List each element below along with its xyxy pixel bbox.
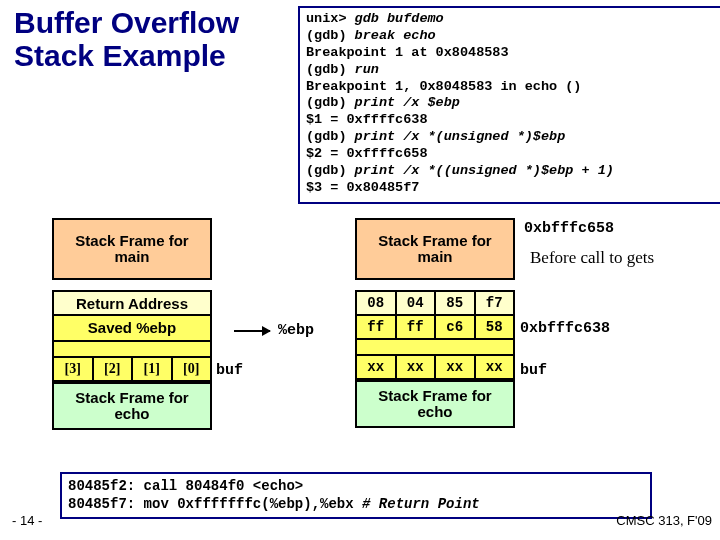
t: unix> xyxy=(306,11,355,26)
t: gdb bufdemo xyxy=(355,11,444,26)
t: Stack Frame for main xyxy=(359,233,511,265)
b: f7 xyxy=(474,290,516,316)
b: 08 xyxy=(355,290,395,316)
ret-bytes: 08 04 85 f7 xyxy=(355,290,515,316)
b: ff xyxy=(395,314,435,340)
gdb-session-box: unix> gdb bufdemo (gdb) break echo Break… xyxy=(298,6,720,204)
frame-main: Stack Frame for main xyxy=(52,218,212,280)
frame-main-r: Stack Frame for main xyxy=(355,218,515,280)
t: Stack Frame for echo xyxy=(359,388,511,420)
ebp-bytes: ff ff c6 58 xyxy=(355,314,515,340)
t: (gdb) xyxy=(306,129,355,144)
t: Breakpoint 1 at 0x8048583 xyxy=(306,45,714,62)
slide-title: Buffer Overflow Stack Example xyxy=(14,6,284,72)
addr-main: 0xbfffc658 xyxy=(524,220,614,237)
t: (gdb) xyxy=(306,28,355,43)
ebp-label: %ebp xyxy=(278,322,314,339)
buf-bytes: xx xx xx xx xyxy=(355,354,515,380)
return-address: Return Address xyxy=(52,290,212,316)
gap xyxy=(52,342,212,356)
addr-ebp: 0xbfffc638 xyxy=(520,320,610,337)
buf-row: [3] [2] [1] [0] xyxy=(52,356,212,382)
t: Stack Frame for echo xyxy=(56,390,208,422)
gap-r xyxy=(355,340,515,354)
asm-comment: # Return Point xyxy=(362,496,480,512)
b: xx xyxy=(434,354,474,380)
buf-label-left: buf xyxy=(216,362,243,379)
t: $2 = 0xffffc658 xyxy=(306,146,714,163)
stack-left: Stack Frame for main Return Address Save… xyxy=(52,218,212,430)
t: run xyxy=(355,62,379,77)
t: print /x $ebp xyxy=(355,95,460,110)
t: (gdb) xyxy=(306,95,355,110)
saved-ebp: Saved %ebp xyxy=(52,316,212,342)
b: 58 xyxy=(474,314,516,340)
frame-echo: Stack Frame for echo xyxy=(52,382,212,430)
b: xx xyxy=(355,354,395,380)
t: Breakpoint 1, 0x8048583 in echo () xyxy=(306,79,714,96)
t: $1 = 0xffffc638 xyxy=(306,112,714,129)
b: xx xyxy=(474,354,516,380)
b: 04 xyxy=(395,290,435,316)
stack-right: Stack Frame for main 08 04 85 f7 ff ff c… xyxy=(355,218,515,428)
asm-line: 80485f2: call 80484f0 <echo> xyxy=(68,478,644,496)
asm-line: 80485f7: mov 0xfffffffc(%ebp),%ebx xyxy=(68,496,362,512)
b: xx xyxy=(395,354,435,380)
idx: [3] xyxy=(52,356,92,382)
idx: [1] xyxy=(131,356,171,382)
before-label: Before call to gets xyxy=(530,248,654,268)
idx: [0] xyxy=(171,356,213,382)
t: print /x *(unsigned *)$ebp xyxy=(355,129,566,144)
course-footer: CMSC 313, F'09 xyxy=(616,513,712,528)
b: ff xyxy=(355,314,395,340)
t: break echo xyxy=(355,28,436,43)
asm-box: 80485f2: call 80484f0 <echo> 80485f7: mo… xyxy=(60,472,652,519)
idx: [2] xyxy=(92,356,132,382)
b: 85 xyxy=(434,290,474,316)
frame-echo-r: Stack Frame for echo xyxy=(355,380,515,428)
t: (gdb) xyxy=(306,62,355,77)
ebp-arrow xyxy=(234,330,270,332)
t: $3 = 0x80485f7 xyxy=(306,180,714,197)
t: (gdb) xyxy=(306,163,355,178)
t: print /x *((unsigned *)$ebp + 1) xyxy=(355,163,614,178)
page-number: - 14 - xyxy=(12,513,42,528)
buf-label-right: buf xyxy=(520,362,547,379)
b: c6 xyxy=(434,314,474,340)
t: Stack Frame for main xyxy=(56,233,208,265)
